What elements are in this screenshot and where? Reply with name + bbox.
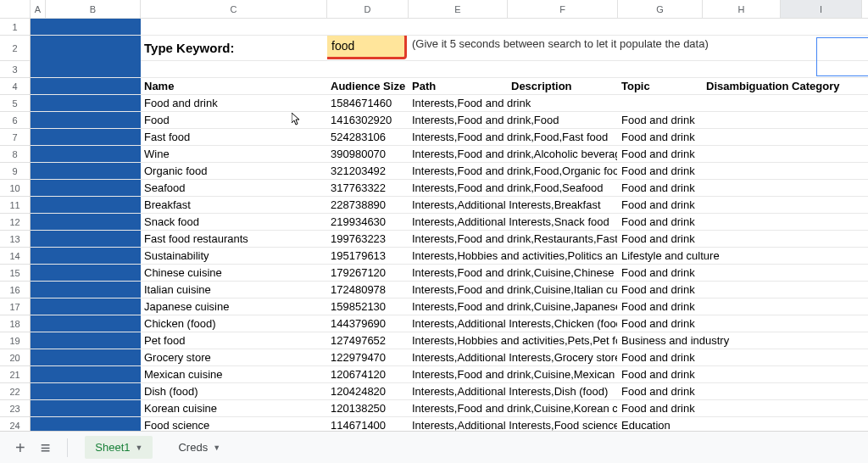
table-header-row[interactable]: Name Audience Size Path Description Topi… [31,78,868,95]
col-header-H[interactable]: H [703,0,781,18]
cell-path[interactable]: Interests,Food and drink,Cuisine,Japanes… [409,298,618,315]
table-row[interactable]: Japanese cuisine159852130Interests,Food … [31,298,868,315]
cell-topic[interactable] [618,95,777,111]
col-header-F[interactable]: F [508,0,618,18]
cell-path[interactable]: Interests,Food and drink,Food,Organic fo… [409,163,618,179]
cell-path[interactable]: Interests,Additional Interests,Dish (foo… [409,383,618,399]
cell-topic[interactable]: Food and drink [618,214,777,230]
cell-audience[interactable]: 120674120 [327,366,409,382]
cell-path[interactable]: Interests,Additional Interests,Grocery s… [409,349,618,365]
table-row[interactable]: Mexican cuisine120674120Interests,Food a… [31,366,868,383]
row-header-3[interactable]: 3 [0,61,30,78]
all-sheets-button[interactable]: ≡ [41,439,51,456]
add-sheet-button[interactable]: + [15,439,25,456]
cell-topic[interactable]: Business and industry [618,332,777,349]
table-row[interactable]: Dish (food)120424820Interests,Additional… [31,383,868,400]
cell-audience[interactable]: 321203492 [327,163,409,179]
row-3[interactable] [31,61,868,78]
cell-audience[interactable]: 159852130 [327,298,409,315]
cell-audience[interactable]: 1416302920 [327,112,409,128]
cell-path[interactable]: Interests,Hobbies and activities,Pets,Pe… [409,332,618,349]
cell-topic[interactable]: Lifestyle and culture [618,248,777,264]
row-header-10[interactable]: 10 [0,180,30,197]
tab-sheet1[interactable]: Sheet1 ▼ [85,436,153,459]
table-row[interactable]: Italian cuisine172480978Interests,Food a… [31,282,868,298]
row-header-8[interactable]: 8 [0,146,30,163]
cell-audience[interactable]: 120424820 [327,383,409,399]
cell-topic[interactable]: Food and drink [618,265,777,281]
cell-audience[interactable]: 120138250 [327,400,409,416]
cell-path[interactable]: Interests,Food and drink,Cuisine,Chinese… [409,265,618,281]
cell-name[interactable]: Chinese cuisine [141,265,327,281]
row-header-16[interactable]: 16 [0,282,30,298]
col-header-G[interactable]: G [618,0,703,18]
cell-name[interactable]: Pet food [141,332,327,349]
cell-path[interactable]: Interests,Food and drink,Cuisine,Korean … [409,400,618,416]
cell-path[interactable]: Interests,Food and drink,Alcoholic bever… [409,146,618,162]
row-header-2[interactable]: 2 [0,36,30,61]
cell-name[interactable]: Fast food [141,129,327,145]
row-header-17[interactable]: 17 [0,298,30,315]
col-header-E[interactable]: E [409,0,508,18]
cell-topic[interactable]: Food and drink [618,366,777,382]
cell-audience[interactable]: 1584671460 [327,95,409,111]
col-header-C[interactable]: C [141,0,327,18]
cell-audience[interactable]: 199763223 [327,231,409,247]
table-row[interactable]: Chicken (food)144379690Interests,Additio… [31,315,868,332]
table-row[interactable]: Pet food127497652Interests,Hobbies and a… [31,332,868,349]
cell-name[interactable]: Sustainability [141,248,327,264]
cell-audience[interactable]: 390980070 [327,146,409,162]
row-header-11[interactable]: 11 [0,197,30,214]
cell-topic[interactable]: Food and drink [618,163,777,179]
cell-topic[interactable]: Food and drink [618,112,777,128]
cell-name[interactable]: Fast food restaurants [141,231,327,247]
cell-audience[interactable]: 219934630 [327,214,409,230]
table-row[interactable]: Wine390980070Interests,Food and drink,Al… [31,146,868,163]
cell-path[interactable]: Interests,Food and drink,Food [409,112,618,128]
cell-topic[interactable]: Food and drink [618,129,777,145]
cell-name[interactable]: Organic food [141,163,327,179]
cell-topic[interactable]: Food and drink [618,180,777,196]
cell-topic[interactable]: Food and drink [618,231,777,247]
table-row[interactable]: Korean cuisine120138250Interests,Food an… [31,400,868,417]
tab-creds[interactable]: Creds ▼ [168,436,231,459]
row-header-22[interactable]: 22 [0,383,30,400]
row-1[interactable] [31,19,868,36]
table-row[interactable]: Fast food524283106Interests,Food and dri… [31,129,868,146]
cell-audience[interactable]: 179267120 [327,265,409,281]
table-row[interactable]: Snack food219934630Interests,Additional … [31,214,868,231]
col-header-A[interactable]: A [31,0,46,18]
row-header-5[interactable]: 5 [0,95,30,112]
col-header-B[interactable]: B [46,0,141,18]
cell-audience[interactable]: 172480978 [327,282,409,298]
table-row[interactable]: Food and drink1584671460Interests,Food a… [31,95,868,112]
table-row[interactable]: Food1416302920Interests,Food and drink,F… [31,112,868,129]
cell-path[interactable]: Interests,Food and drink,Restaurants,Fas… [409,231,618,247]
cell-name[interactable]: Chicken (food) [141,315,327,332]
cell-name[interactable]: Italian cuisine [141,282,327,298]
row-header-20[interactable]: 20 [0,349,30,366]
cell-name[interactable]: Dish (food) [141,383,327,399]
col-header-I[interactable]: I [781,0,862,18]
cell-name[interactable]: Snack food [141,214,327,230]
row-header-6[interactable]: 6 [0,112,30,129]
table-row[interactable]: Grocery store122979470Interests,Addition… [31,349,868,366]
row-header-9[interactable]: 9 [0,163,30,180]
cell-audience[interactable]: 228738890 [327,197,409,213]
row-header-15[interactable]: 15 [0,265,30,282]
table-row[interactable]: Sustainability195179613Interests,Hobbies… [31,248,868,265]
row-header-18[interactable]: 18 [0,315,30,332]
cell-name[interactable]: Mexican cuisine [141,366,327,382]
cell-topic[interactable]: Food and drink [618,298,777,315]
row-header-7[interactable]: 7 [0,129,30,146]
cell-name[interactable]: Korean cuisine [141,400,327,416]
keyword-input[interactable]: food [327,36,407,59]
row-header-12[interactable]: 12 [0,214,30,231]
cell-topic[interactable]: Food and drink [618,349,777,365]
cell-path[interactable]: Interests,Food and drink,Cuisine,Italian… [409,282,618,298]
table-row[interactable]: Chinese cuisine179267120Interests,Food a… [31,265,868,282]
row-header-21[interactable]: 21 [0,366,30,383]
keyword-row[interactable]: Type Keyword: food (Give it 5 seconds be… [31,36,868,61]
table-row[interactable]: Breakfast228738890Interests,Additional I… [31,197,868,214]
cell-name[interactable]: Food and drink [141,95,327,111]
